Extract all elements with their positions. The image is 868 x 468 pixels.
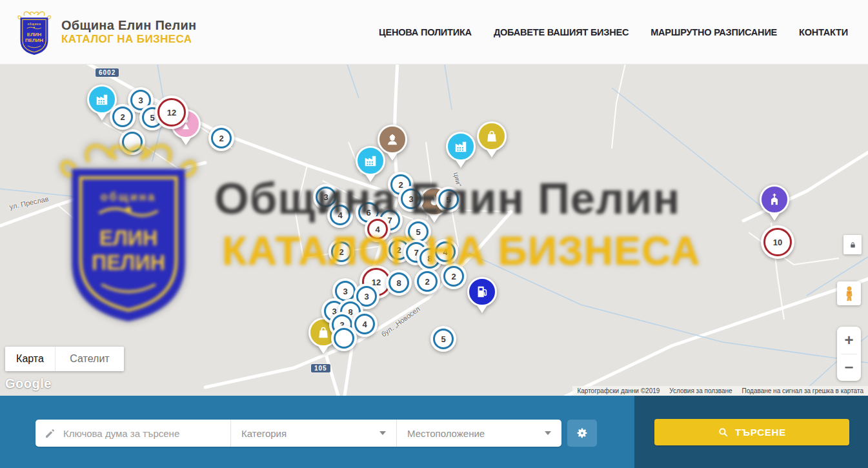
cluster-marker[interactable]: 5 [436, 187, 461, 212]
search-fields: Категория Местоположение [35, 420, 561, 447]
fuel-icon [467, 277, 497, 307]
cluster-count: 3 [364, 292, 368, 301]
site-logo[interactable]: община ЕЛИН ПЕЛИН Община Елин Пелин КАТА… [16, 10, 197, 55]
cluster-marker[interactable]: 2 [441, 263, 467, 289]
map-type-satellite-button[interactable]: Сателит [56, 347, 124, 371]
cluster-count: 2 [425, 277, 429, 287]
cluster-count: 5 [446, 195, 450, 205]
cluster-count: 3 [343, 287, 347, 296]
cluster-marker[interactable]: 3 [398, 186, 424, 212]
terms-link[interactable]: Условия за ползване [669, 387, 732, 394]
zoom-in-button[interactable]: + [837, 327, 861, 354]
search-icon [718, 427, 729, 438]
cluster-count: 12 [167, 108, 176, 117]
site-title: Община Елин Пелин [61, 18, 197, 33]
cluster-marker[interactable]: 2 [208, 125, 234, 151]
cluster-count: 5 [416, 227, 420, 237]
cluster-count: 3 [138, 96, 143, 105]
map-pin-church[interactable] [760, 185, 789, 223]
cluster-count: 3 [409, 194, 413, 204]
map-type-map-button[interactable]: Карта [5, 347, 56, 371]
cluster-ring [334, 328, 354, 349]
map-pin-fuel[interactable] [467, 277, 497, 316]
cluster-marker[interactable]: 10 [761, 225, 794, 259]
map-pin-bag[interactable] [477, 121, 507, 160]
cluster-marker[interactable]: 2 [414, 269, 440, 294]
map-type-control: Карта Сателит [5, 347, 124, 371]
map-canvas[interactable]: 6002105ул. Преславбул. „Новоселции" [0, 65, 868, 396]
cluster-marker[interactable]: 4 [432, 239, 458, 265]
cluster-count: 6 [366, 208, 370, 218]
pegman-icon [842, 286, 856, 301]
cluster-count: 2 [339, 247, 343, 257]
header: община ЕЛИН ПЕЛИН Община Елин Пелин КАТА… [0, 0, 868, 65]
cluster-count: 2 [451, 272, 456, 281]
cluster-count: 2 [219, 134, 223, 143]
bag-icon [477, 121, 507, 151]
lock-icon [849, 241, 857, 249]
cluster-marker[interactable]: 4 [327, 202, 353, 228]
map-pin-factory[interactable] [356, 146, 385, 185]
cluster-count: 10 [773, 238, 782, 247]
category-select[interactable]: Категория [231, 420, 396, 447]
nav-add-business[interactable]: ДОБАВЕТЕ ВАШИЯТ БИЗНЕС [494, 27, 629, 37]
cluster-marker[interactable]: 2 [110, 104, 136, 130]
search-submit-button[interactable]: ТЪРСЕНЕ [654, 419, 849, 445]
zoom-out-button[interactable]: − [837, 354, 861, 382]
report-error-link[interactable]: Подаване на сигнал за грешка в картата [742, 387, 863, 394]
cluster-marker[interactable]: 2 [328, 239, 354, 265]
nav-contacts[interactable]: КОНТАКТИ [799, 27, 848, 37]
cluster-count: 2 [398, 180, 403, 190]
cluster-count: 2 [120, 112, 125, 122]
brand-text: Община Елин Пелин КАТАЛОГ НА БИЗНЕСА [61, 18, 197, 46]
lock-button[interactable] [843, 235, 862, 254]
gear-icon [576, 427, 589, 440]
factory-icon [446, 132, 476, 161]
map-pin-factory[interactable] [446, 132, 476, 170]
map-markers: 3 2 5 12 2 3 2 3 5 6 4 7 [0, 65, 868, 396]
cluster-count: 4 [338, 210, 342, 220]
svg-text:община: община [27, 22, 41, 26]
factory-icon [356, 146, 385, 176]
cluster-count: 4 [375, 225, 379, 234]
cluster-marker[interactable] [119, 129, 145, 155]
municipality-crest-icon: община ЕЛИН ПЕЛИН [16, 10, 52, 55]
location-label: Местоположение [407, 428, 485, 439]
cluster-count: 4 [443, 247, 447, 257]
cluster-marker[interactable]: 4 [365, 216, 390, 242]
cluster-marker[interactable] [331, 325, 357, 351]
pencil-icon [45, 428, 56, 439]
cluster-count: 3 [323, 192, 328, 202]
chevron-down-icon [379, 431, 386, 435]
street-view-pegman[interactable] [837, 281, 861, 305]
site-subtitle: КАТАЛОГ НА БИЗНЕСА [61, 33, 197, 46]
keyword-input[interactable] [62, 427, 221, 440]
cluster-count: 5 [441, 334, 445, 344]
map-attribution: Картографски данни ©2019 Условия за полз… [572, 386, 868, 396]
nav-route-schedule[interactable]: МАРШРУТНО РАЗПИСАНИЕ [651, 27, 777, 37]
church-icon [760, 185, 789, 214]
main-nav: ЦЕНОВА ПОЛИТИКА ДОБАВЕТЕ ВАШИЯТ БИЗНЕС М… [379, 27, 848, 37]
cluster-count: 8 [427, 254, 432, 263]
cluster-marker[interactable]: 12 [155, 96, 188, 129]
cluster-count: 4 [362, 320, 367, 329]
cluster-marker[interactable]: 5 [430, 326, 456, 352]
keyword-field[interactable] [35, 420, 231, 447]
cluster-count: 2 [396, 245, 401, 255]
cluster-count: 8 [396, 278, 401, 288]
category-label: Категория [241, 428, 287, 439]
advanced-settings-button[interactable] [567, 420, 597, 447]
location-select[interactable]: Местоположение [396, 420, 561, 447]
svg-text:ПЕЛИН: ПЕЛИН [25, 37, 43, 43]
cluster-marker[interactable]: 8 [386, 270, 412, 296]
nav-pricing[interactable]: ЦЕНОВА ПОЛИТИКА [379, 27, 472, 37]
chevron-down-icon [545, 431, 551, 435]
cluster-ring [122, 132, 143, 152]
zoom-control: + − [837, 327, 861, 381]
attribution-copyright: Картографски данни ©2019 [577, 387, 660, 394]
search-button-label: ТЪРСЕНЕ [735, 427, 786, 438]
search-bar: Категория Местоположение ТЪРСЕНЕ [0, 396, 868, 468]
svg-text:ЕЛИН: ЕЛИН [27, 32, 42, 37]
google-logo[interactable]: Google [5, 376, 52, 391]
cluster-count: 5 [150, 113, 154, 123]
